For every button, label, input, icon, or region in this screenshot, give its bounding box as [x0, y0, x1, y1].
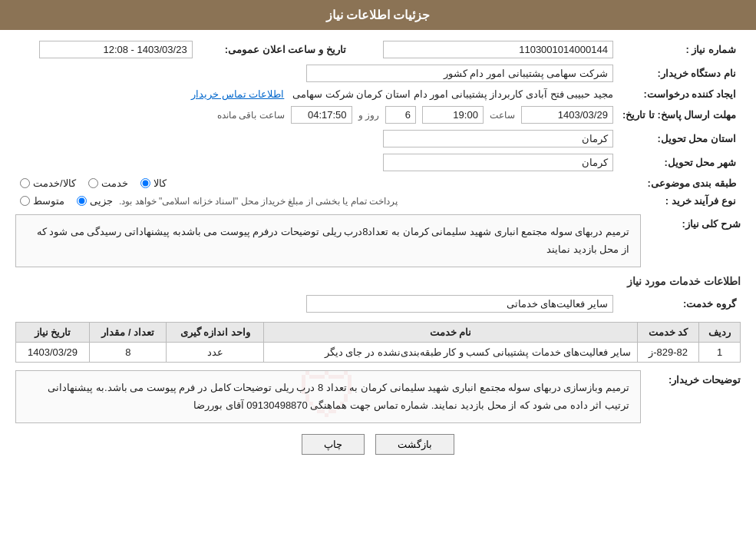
sharh-text: ترمیم دربهای سوله مجتمع انباری شهید سلیم… [27, 223, 629, 259]
nam-dastgah-label: نام دستگاه خریدار: [618, 61, 741, 85]
info-table: شماره نیاز : 1103001014000144 تاریخ و سا… [15, 38, 741, 210]
shomare-niaz-value: 1103001014000144 [351, 38, 618, 61]
tabaqe-kala-item: کالا [140, 177, 167, 189]
tawzih-section: 🛡 ترمیم وبازسازی دربهای سوله مجتمع انبار… [15, 370, 641, 423]
row-vahed: عدد [167, 342, 264, 362]
tawzih-row: توضیحات خریدار: 🛡 ترمیم وبازسازی دربهای … [15, 370, 741, 423]
tarikh-elan-label: تاریخ و ساعت اعلان عمومی: [197, 38, 351, 61]
page-container: جزئیات اطلاعات نیاز شماره نیاز : 1103001… [0, 0, 756, 540]
row-name: سایر فعالیت‌های خدمات پشتیبانی کسب و کار… [264, 342, 638, 362]
content-area: شماره نیاز : 1103001014000144 تاریخ و سا… [0, 30, 756, 470]
grooh-value: سایر فعالیت‌های خدماتی [15, 292, 618, 316]
baghimande-label: ساعت باقی مانده [217, 110, 285, 121]
baghimande-box: 04:17:50 [291, 106, 352, 124]
ostan-box: کرمان [383, 130, 613, 147]
row-kod: 829-82-ز [637, 342, 698, 362]
grooh-box: سایر فعالیت‌های خدماتی [306, 295, 613, 313]
rooz-box: 6 [385, 106, 416, 124]
saat-box: 19:00 [422, 106, 484, 124]
farayand-motawaset-label: متوسط [33, 195, 64, 207]
tabaqe-khedmat-label: خدمت [101, 177, 128, 189]
rooz-label: روز و [358, 110, 379, 121]
tabaqe-kala-khedmat-radio[interactable] [20, 178, 30, 188]
nam-dastgah-value: شرکت سهامی پشتیبانی امور دام کشور [15, 61, 618, 85]
col-vahed: واحد اندازه گیری [167, 322, 264, 342]
tabaqe-kala-khedmat-item: کالا/خدمت [20, 177, 76, 189]
farayand-jezee-radio[interactable] [77, 196, 87, 206]
farayand-note: پرداخت تمام یا بخشی از مبلغ خریداز محل "… [119, 196, 398, 207]
print-button[interactable]: چاپ [302, 434, 365, 455]
mohlat-value: 1403/03/29 ساعت 19:00 6 روز و 04:17:50 [15, 103, 618, 127]
tawzih-label: توضیحات خریدار: [641, 370, 741, 386]
shahr-label: شهر محل تحویل: [618, 151, 741, 174]
tabaqe-khedmat-radio[interactable] [88, 178, 98, 188]
tabaqe-label: طبقه بندی موضوعی: [618, 174, 741, 192]
row-tarikh: 1403/03/29 [16, 342, 90, 362]
contact-info-link[interactable]: اطلاعات تماس خریدار [191, 88, 284, 100]
ostan-value: کرمان [15, 127, 618, 151]
table-row: 1 829-82-ز سایر فعالیت‌های خدمات پشتیبان… [16, 342, 741, 362]
ostan-label: استان محل تحویل: [618, 127, 741, 151]
tabaqe-value: کالا/خدمت خدمت کالا [15, 174, 618, 192]
tabaqe-kala-radio[interactable] [140, 178, 150, 188]
date-box: 1403/03/29 [521, 106, 613, 124]
farayand-jezee-item: جزیی [77, 195, 113, 207]
row-radif: 1 [699, 342, 741, 362]
nawe-farayand-label: نوع فرآیند خرید : [618, 192, 741, 210]
farayand-motawaset-item: متوسط [20, 195, 64, 207]
farayand-jezee-label: جزیی [90, 195, 113, 207]
col-tedad: تعداد / مقدار [90, 322, 167, 342]
page-header: جزئیات اطلاعات نیاز [0, 0, 756, 30]
tarikh-elan-box: 1403/03/23 - 12:08 [39, 41, 193, 58]
ijad-konande-label: ایجاد کننده درخواست: [618, 85, 741, 103]
grooh-label: گروه خدمت: [618, 292, 741, 316]
ijad-konande-value: مجید حبیبی فتح آبادی کاربرداز پشتیبانی ا… [15, 85, 618, 103]
page-title: جزئیات اطلاعات نیاز [326, 8, 431, 22]
tabaqe-kala-label: کالا [154, 177, 167, 189]
col-radif: ردیف [699, 322, 741, 342]
khadamat-info-table: گروه خدمت: سایر فعالیت‌های خدماتی [15, 292, 741, 316]
col-name: نام خدمت [264, 322, 638, 342]
shahr-value: کرمان [15, 151, 618, 174]
nawe-farayand-value: متوسط جزیی پرداخت تمام یا بخشی از مبلغ خ… [15, 192, 618, 210]
shahr-box: کرمان [383, 154, 613, 171]
tabaqe-kala-khedmat-label: کالا/خدمت [33, 177, 76, 189]
col-kod: کد خدمت [637, 322, 698, 342]
sharh-label: شرح کلی نیاز: [641, 214, 741, 230]
tawzih-text: ترمیم وبازسازی دربهای سوله مجتمع انباری … [27, 379, 629, 415]
khadamat-table: ردیف کد خدمت نام خدمت واحد اندازه گیری ت… [15, 322, 741, 363]
col-tarikh: تاریخ نیاز [16, 322, 90, 342]
khadamat-title: اطلاعات خدمات مورد نیاز [15, 275, 741, 287]
nam-dastgah-box: شرکت سهامی پشتیبانی امور دام کشور [306, 65, 613, 82]
sharh-row: شرح کلی نیاز: ترمیم دربهای سوله مجتمع ان… [15, 214, 741, 267]
farayand-motawaset-radio[interactable] [20, 196, 30, 206]
saat-label: ساعت [490, 110, 515, 121]
tarikh-elan-value: 1403/03/23 - 12:08 [15, 38, 197, 61]
tabaqe-khedmat-item: خدمت [88, 177, 128, 189]
shomare-niaz-label: شماره نیاز : [618, 38, 741, 61]
shomare-niaz-box: 1103001014000144 [383, 41, 613, 58]
back-button[interactable]: بازگشت [375, 434, 454, 455]
button-row: بازگشت چاپ [15, 434, 741, 455]
row-tedad: 8 [90, 342, 167, 362]
mohlat-label: مهلت ارسال پاسخ: تا تاریخ: [618, 103, 741, 127]
sharh-section: ترمیم دربهای سوله مجتمع انباری شهید سلیم… [15, 214, 641, 267]
